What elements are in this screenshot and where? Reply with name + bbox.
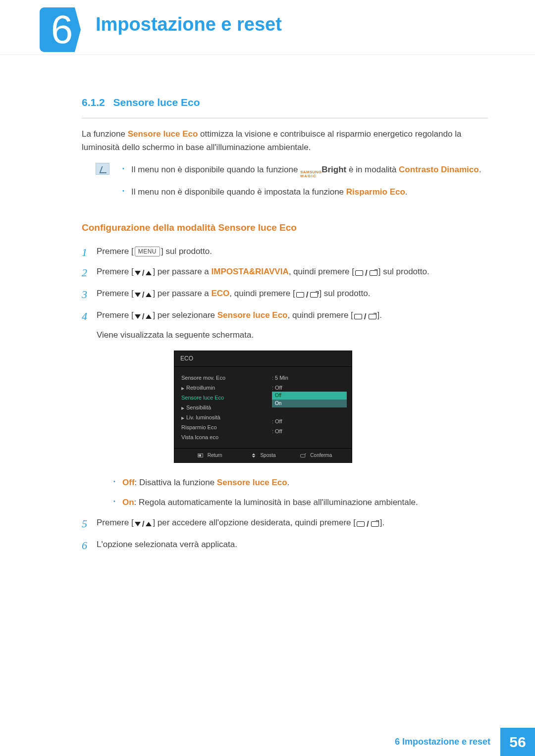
osd-item: Risparmio Eco bbox=[181, 422, 265, 432]
text-bold: Bright bbox=[321, 165, 346, 174]
osd-values-right: 5 Min Off Off On Off Off bbox=[272, 371, 352, 444]
note-item: Il menu non è disponibile quando è impos… bbox=[120, 185, 481, 199]
divider bbox=[82, 118, 488, 118]
divider bbox=[0, 54, 535, 55]
confirm-icon: / bbox=[355, 266, 377, 280]
text: ] per selezionare bbox=[153, 310, 217, 320]
samsung-magic-logo: SAMSUNGMAGIC bbox=[300, 170, 321, 178]
svg-marker-3 bbox=[252, 454, 256, 455]
step-number: 6 bbox=[82, 537, 87, 554]
osd-foot-label: Sposta bbox=[260, 452, 275, 459]
keyword-imposta-riavvia: IMPOSTA&RIAVVIA bbox=[212, 267, 289, 276]
note-block: Il menu non è disponibile quando la funz… bbox=[96, 163, 488, 205]
keyword-sensore-luce-eco: Sensore luce Eco bbox=[128, 129, 198, 139]
bullet-off: Off: Disattiva la funzione Sensore luce … bbox=[111, 476, 488, 489]
nav-up-down-icon: / bbox=[135, 517, 152, 531]
osd-screenshot: ECO Sensore mov. Eco Retroillumin Sensor… bbox=[174, 351, 352, 463]
chapter-number-badge: 6 bbox=[40, 7, 84, 52]
text: . bbox=[287, 478, 290, 487]
osd-subitem: Liv. luminosità bbox=[181, 412, 265, 422]
page-number: 56 bbox=[500, 728, 535, 756]
confirm-icon: / bbox=[357, 517, 379, 531]
step-4: 4 Premere [/] per selezionare Sensore lu… bbox=[82, 308, 488, 509]
keyword-off: Off bbox=[122, 478, 135, 487]
step-number: 3 bbox=[82, 286, 87, 303]
text: Viene visualizzata la seguente schermata… bbox=[97, 328, 488, 342]
text: L'opzione selezionata verrà applicata. bbox=[97, 540, 237, 549]
keyword-sensore-luce-eco: Sensore luce Eco bbox=[217, 478, 287, 487]
intro-paragraph: La funzione Sensore luce Eco ottimizza l… bbox=[82, 127, 488, 154]
page: 6 Impostazione e reset 6.1.2 Sensore luc… bbox=[0, 0, 535, 756]
text: Premere [ bbox=[97, 518, 134, 527]
text: : Regola automaticamente la luminosità i… bbox=[134, 498, 418, 507]
sub-heading: Configurazione della modalità Sensore lu… bbox=[82, 220, 488, 235]
section-title: Sensore luce Eco bbox=[113, 97, 200, 108]
steps-list: 1 Premere [MENU] sul prodotto. 2 Premere… bbox=[82, 245, 488, 552]
osd-foot-label: Conferma bbox=[310, 452, 332, 459]
return-icon bbox=[198, 453, 205, 458]
text: ] sul prodotto. bbox=[319, 289, 370, 298]
keyword-sensore-luce-eco: Sensore luce Eco bbox=[217, 310, 288, 320]
svg-rect-5 bbox=[301, 454, 305, 457]
move-icon bbox=[250, 453, 257, 458]
keyword-eco: ECO bbox=[212, 289, 230, 298]
step-6: 6 L'opzione selezionata verrà applicata. bbox=[82, 538, 488, 551]
text: ] sul prodotto. bbox=[161, 247, 212, 256]
confirm-icon: / bbox=[296, 288, 319, 302]
text: Premere [ bbox=[97, 289, 134, 298]
osd-title: ECO bbox=[174, 351, 352, 367]
text: Premere [ bbox=[97, 310, 134, 320]
osd-value: Off bbox=[272, 428, 282, 434]
text: è in modalità bbox=[346, 165, 399, 174]
keyword-contrasto-dinamico: Contrasto Dinamico bbox=[399, 165, 479, 174]
osd-foot-label: Return bbox=[208, 452, 222, 459]
confirm-icon bbox=[300, 453, 307, 458]
menu-key-icon: MENU bbox=[135, 247, 160, 256]
osd-option-highlight: Off bbox=[272, 392, 347, 400]
osd-item-selected: Sensore luce Eco bbox=[181, 393, 265, 403]
text: ] per passare a bbox=[153, 289, 211, 298]
step-3: 3 Premere [/] per passare a ECO, quindi … bbox=[82, 287, 488, 302]
content-area: 6.1.2 Sensore luce Eco La funzione Senso… bbox=[82, 94, 488, 558]
step-number: 2 bbox=[82, 264, 87, 281]
text: ]. bbox=[377, 310, 382, 320]
text: ]. bbox=[380, 518, 384, 527]
step-5: 5 Premere [/] per accedere all'opzione d… bbox=[82, 516, 488, 531]
text: ] per passare a bbox=[153, 267, 211, 276]
note-icon bbox=[96, 163, 109, 175]
text: ] sul prodotto. bbox=[378, 267, 429, 276]
step-number: 4 bbox=[82, 307, 87, 325]
bullet-on: On: Regola automaticamente la luminosità… bbox=[111, 496, 488, 509]
text: Premere [ bbox=[97, 267, 134, 276]
text: : Disattiva la funzione bbox=[135, 478, 217, 487]
page-footer: 6 Impostazione e reset 56 bbox=[395, 728, 535, 756]
osd-menu-left: Sensore mov. Eco Retroillumin Sensore lu… bbox=[174, 371, 272, 444]
osd-subitem: Retroillumin bbox=[181, 383, 265, 393]
step-number: 5 bbox=[82, 515, 87, 532]
osd-option: On bbox=[272, 400, 347, 407]
osd-dropdown: Off On bbox=[272, 392, 347, 407]
svg-rect-1 bbox=[199, 454, 200, 456]
osd-item: Sensore mov. Eco bbox=[181, 373, 265, 383]
step-number: 1 bbox=[82, 244, 87, 261]
nav-up-down-icon: / bbox=[135, 266, 152, 280]
osd-subitem: Sensibilità bbox=[181, 403, 265, 412]
footer-label: 6 Impostazione e reset bbox=[395, 728, 500, 756]
section-heading: 6.1.2 Sensore luce Eco bbox=[82, 94, 488, 111]
keyword-on: On bbox=[122, 498, 134, 507]
osd-item: Vista Icona eco bbox=[181, 432, 265, 442]
svg-rect-2 bbox=[200, 454, 201, 456]
step-2: 2 Premere [/] per passare a IMPOSTA&RIAV… bbox=[82, 265, 488, 280]
text: , quindi premere [ bbox=[229, 289, 295, 298]
sub-bullets: Off: Disattiva la funzione Sensore luce … bbox=[111, 476, 488, 508]
chapter-title: Impostazione e reset bbox=[96, 14, 282, 35]
text: , quindi premere [ bbox=[288, 310, 353, 320]
text: Il menu non è disponibile quando la funz… bbox=[131, 165, 300, 174]
nav-up-down-icon: / bbox=[135, 288, 152, 302]
nav-up-down-icon: / bbox=[135, 310, 152, 323]
text: La funzione bbox=[82, 129, 128, 139]
text: ] per accedere all'opzione desiderata, q… bbox=[153, 518, 356, 527]
note-item: Il menu non è disponibile quando la funz… bbox=[120, 163, 481, 178]
text: . bbox=[479, 165, 482, 174]
svg-marker-4 bbox=[252, 456, 256, 457]
